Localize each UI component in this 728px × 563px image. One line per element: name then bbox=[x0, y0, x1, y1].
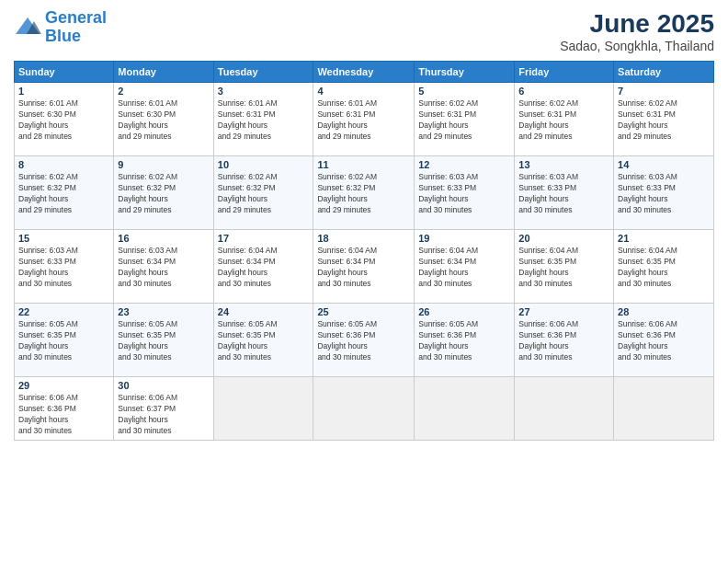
logo-icon bbox=[14, 14, 41, 41]
day-detail: Sunrise: 6:06 AM Sunset: 6:37 PM Dayligh… bbox=[118, 393, 209, 437]
day-number: 6 bbox=[518, 86, 609, 97]
day-detail: Sunrise: 6:06 AM Sunset: 6:36 PM Dayligh… bbox=[618, 319, 710, 363]
day-detail: Sunrise: 6:06 AM Sunset: 6:36 PM Dayligh… bbox=[18, 393, 109, 437]
table-row: 28 Sunrise: 6:06 AM Sunset: 6:36 PM Dayl… bbox=[614, 304, 714, 377]
day-detail: Sunrise: 6:02 AM Sunset: 6:32 PM Dayligh… bbox=[18, 172, 109, 216]
table-row: 25 Sunrise: 6:05 AM Sunset: 6:36 PM Dayl… bbox=[313, 304, 415, 377]
day-number: 1 bbox=[18, 86, 109, 97]
table-row: 1 Sunrise: 6:01 AM Sunset: 6:30 PM Dayli… bbox=[15, 83, 114, 156]
day-number: 23 bbox=[118, 306, 209, 317]
table-row: 9 Sunrise: 6:02 AM Sunset: 6:32 PM Dayli… bbox=[114, 156, 213, 230]
logo-blue: Blue bbox=[45, 27, 81, 45]
day-number: 17 bbox=[218, 233, 310, 244]
table-row: 22 Sunrise: 6:05 AM Sunset: 6:35 PM Dayl… bbox=[15, 304, 114, 377]
table-row: 6 Sunrise: 6:02 AM Sunset: 6:31 PM Dayli… bbox=[515, 83, 614, 156]
day-number: 10 bbox=[218, 159, 310, 170]
day-detail: Sunrise: 6:04 AM Sunset: 6:34 PM Dayligh… bbox=[317, 246, 410, 290]
day-number: 7 bbox=[618, 86, 710, 97]
table-row: 10 Sunrise: 6:02 AM Sunset: 6:32 PM Dayl… bbox=[213, 156, 313, 230]
day-number: 5 bbox=[418, 86, 510, 97]
table-row: 19 Sunrise: 6:04 AM Sunset: 6:34 PM Dayl… bbox=[415, 230, 515, 304]
logo-general: General bbox=[45, 8, 107, 27]
table-row: 13 Sunrise: 6:03 AM Sunset: 6:33 PM Dayl… bbox=[515, 156, 614, 230]
day-detail: Sunrise: 6:01 AM Sunset: 6:31 PM Dayligh… bbox=[317, 98, 410, 143]
day-number: 13 bbox=[518, 159, 609, 170]
location-subtitle: Sadao, Songkhla, Thailand bbox=[560, 39, 714, 53]
table-row: 20 Sunrise: 6:04 AM Sunset: 6:35 PM Dayl… bbox=[515, 230, 614, 304]
day-number: 21 bbox=[618, 233, 710, 244]
col-tuesday: Tuesday bbox=[213, 62, 313, 83]
day-number: 30 bbox=[118, 380, 209, 391]
table-row bbox=[213, 377, 313, 441]
table-row: 7 Sunrise: 6:02 AM Sunset: 6:31 PM Dayli… bbox=[614, 83, 714, 156]
day-detail: Sunrise: 6:04 AM Sunset: 6:34 PM Dayligh… bbox=[418, 246, 510, 290]
table-row: 11 Sunrise: 6:02 AM Sunset: 6:32 PM Dayl… bbox=[313, 156, 415, 230]
month-title: June 2025 bbox=[560, 9, 714, 39]
day-number: 27 bbox=[518, 306, 609, 317]
day-detail: Sunrise: 6:03 AM Sunset: 6:33 PM Dayligh… bbox=[618, 172, 710, 216]
day-detail: Sunrise: 6:02 AM Sunset: 6:32 PM Dayligh… bbox=[118, 172, 209, 216]
col-friday: Friday bbox=[515, 62, 614, 83]
table-row: 14 Sunrise: 6:03 AM Sunset: 6:33 PM Dayl… bbox=[614, 156, 714, 230]
header: General Blue June 2025 Sadao, Songkhla, … bbox=[14, 9, 714, 53]
day-number: 24 bbox=[218, 306, 310, 317]
day-detail: Sunrise: 6:02 AM Sunset: 6:31 PM Dayligh… bbox=[518, 98, 609, 143]
table-row: 8 Sunrise: 6:02 AM Sunset: 6:32 PM Dayli… bbox=[15, 156, 114, 230]
logo: General Blue bbox=[14, 9, 107, 46]
table-row: 26 Sunrise: 6:05 AM Sunset: 6:36 PM Dayl… bbox=[415, 304, 515, 377]
table-row: 27 Sunrise: 6:06 AM Sunset: 6:36 PM Dayl… bbox=[515, 304, 614, 377]
day-detail: Sunrise: 6:04 AM Sunset: 6:35 PM Dayligh… bbox=[618, 246, 710, 290]
table-row: 16 Sunrise: 6:03 AM Sunset: 6:34 PM Dayl… bbox=[114, 230, 213, 304]
table-row: 24 Sunrise: 6:05 AM Sunset: 6:35 PM Dayl… bbox=[213, 304, 313, 377]
col-sunday: Sunday bbox=[15, 62, 114, 83]
title-block: June 2025 Sadao, Songkhla, Thailand bbox=[560, 9, 714, 53]
table-row: 3 Sunrise: 6:01 AM Sunset: 6:31 PM Dayli… bbox=[213, 83, 313, 156]
page: General Blue June 2025 Sadao, Songkhla, … bbox=[0, 0, 728, 563]
table-row: 23 Sunrise: 6:05 AM Sunset: 6:35 PM Dayl… bbox=[114, 304, 213, 377]
table-row: 30 Sunrise: 6:06 AM Sunset: 6:37 PM Dayl… bbox=[114, 377, 213, 441]
day-number: 2 bbox=[118, 86, 209, 97]
day-number: 18 bbox=[317, 233, 410, 244]
table-row: 4 Sunrise: 6:01 AM Sunset: 6:31 PM Dayli… bbox=[313, 83, 415, 156]
day-number: 3 bbox=[218, 86, 310, 97]
day-detail: Sunrise: 6:02 AM Sunset: 6:32 PM Dayligh… bbox=[317, 172, 410, 216]
table-row: 2 Sunrise: 6:01 AM Sunset: 6:30 PM Dayli… bbox=[114, 83, 213, 156]
day-number: 12 bbox=[418, 159, 510, 170]
table-row: 21 Sunrise: 6:04 AM Sunset: 6:35 PM Dayl… bbox=[614, 230, 714, 304]
day-detail: Sunrise: 6:05 AM Sunset: 6:36 PM Dayligh… bbox=[418, 319, 510, 363]
table-row: 29 Sunrise: 6:06 AM Sunset: 6:36 PM Dayl… bbox=[15, 377, 114, 441]
day-number: 11 bbox=[317, 159, 410, 170]
day-number: 28 bbox=[618, 306, 710, 317]
table-row bbox=[614, 377, 714, 441]
col-wednesday: Wednesday bbox=[313, 62, 415, 83]
day-number: 19 bbox=[418, 233, 510, 244]
day-detail: Sunrise: 6:03 AM Sunset: 6:33 PM Dayligh… bbox=[18, 246, 109, 290]
day-number: 14 bbox=[618, 159, 710, 170]
day-detail: Sunrise: 6:01 AM Sunset: 6:30 PM Dayligh… bbox=[18, 98, 109, 143]
day-detail: Sunrise: 6:05 AM Sunset: 6:36 PM Dayligh… bbox=[317, 319, 410, 363]
day-detail: Sunrise: 6:06 AM Sunset: 6:36 PM Dayligh… bbox=[518, 319, 609, 363]
day-number: 8 bbox=[18, 159, 109, 170]
day-number: 29 bbox=[18, 380, 109, 391]
table-row bbox=[515, 377, 614, 441]
day-detail: Sunrise: 6:01 AM Sunset: 6:30 PM Dayligh… bbox=[118, 98, 209, 143]
day-number: 20 bbox=[518, 233, 609, 244]
day-number: 25 bbox=[317, 306, 410, 317]
col-thursday: Thursday bbox=[415, 62, 515, 83]
col-monday: Monday bbox=[114, 62, 213, 83]
day-detail: Sunrise: 6:02 AM Sunset: 6:31 PM Dayligh… bbox=[418, 98, 510, 143]
day-number: 22 bbox=[18, 306, 109, 317]
calendar-header-row: Sunday Monday Tuesday Wednesday Thursday… bbox=[15, 62, 714, 83]
day-number: 16 bbox=[118, 233, 209, 244]
table-row: 17 Sunrise: 6:04 AM Sunset: 6:34 PM Dayl… bbox=[213, 230, 313, 304]
calendar: Sunday Monday Tuesday Wednesday Thursday… bbox=[14, 61, 714, 441]
col-saturday: Saturday bbox=[614, 62, 714, 83]
day-number: 4 bbox=[317, 86, 410, 97]
day-detail: Sunrise: 6:04 AM Sunset: 6:34 PM Dayligh… bbox=[218, 246, 310, 290]
table-row: 15 Sunrise: 6:03 AM Sunset: 6:33 PM Dayl… bbox=[15, 230, 114, 304]
day-number: 9 bbox=[118, 159, 209, 170]
day-detail: Sunrise: 6:05 AM Sunset: 6:35 PM Dayligh… bbox=[118, 319, 209, 363]
table-row: 18 Sunrise: 6:04 AM Sunset: 6:34 PM Dayl… bbox=[313, 230, 415, 304]
day-detail: Sunrise: 6:04 AM Sunset: 6:35 PM Dayligh… bbox=[518, 246, 609, 290]
table-row bbox=[415, 377, 515, 441]
